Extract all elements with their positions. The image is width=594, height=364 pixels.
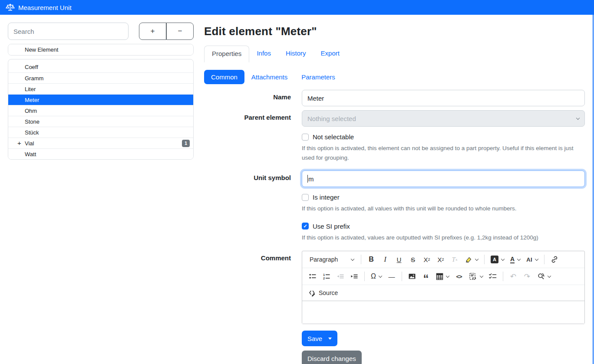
tab-history[interactable]: History bbox=[278, 46, 314, 62]
is-integer-help: If this option is activated, all values … bbox=[302, 204, 585, 213]
text-cursor bbox=[307, 175, 308, 183]
chevron-down-icon bbox=[535, 257, 538, 261]
todo-list-icon[interactable] bbox=[486, 270, 499, 283]
tree-item-vial[interactable]: + Vial 1 bbox=[8, 138, 193, 148]
tree-item-watt[interactable]: Watt bbox=[8, 148, 193, 159]
editor-toolbar-row-3: Source bbox=[302, 285, 584, 301]
bulleted-list-icon[interactable] bbox=[306, 270, 319, 283]
chevron-down-icon bbox=[517, 257, 521, 261]
parent-element-label: Parent element bbox=[204, 110, 291, 162]
not-selectable-checkbox[interactable] bbox=[302, 134, 309, 141]
not-selectable-help: If this option is activated, this elemen… bbox=[302, 144, 585, 162]
editor-toolbar-row-2: 1 2 bbox=[302, 268, 584, 285]
highlight-icon[interactable] bbox=[462, 253, 481, 266]
link-icon[interactable] bbox=[548, 253, 561, 266]
si-prefix-label[interactable]: Use SI prefix bbox=[313, 223, 350, 230]
font-background-color-icon[interactable]: A bbox=[488, 253, 507, 266]
expand-all-button[interactable]: + bbox=[139, 23, 166, 40]
insert-table-icon[interactable] bbox=[433, 270, 452, 283]
font-color-icon[interactable]: A bbox=[508, 253, 523, 266]
window-edge-line bbox=[593, 15, 594, 364]
subscript-icon[interactable]: X2 bbox=[420, 253, 433, 266]
find-and-replace-icon[interactable] bbox=[535, 270, 553, 283]
comment-editing-area[interactable] bbox=[302, 301, 584, 324]
tab-common[interactable]: Common bbox=[204, 70, 244, 84]
comment-label: Comment bbox=[204, 242, 291, 364]
editor-toolbar-row-1: Paragraph B I U S X2 X2 Tx bbox=[302, 251, 584, 268]
is-integer-checkbox[interactable] bbox=[302, 194, 309, 201]
remove-format-icon[interactable]: Tx bbox=[448, 253, 461, 266]
italic-icon[interactable]: I bbox=[379, 253, 392, 266]
tree-expand-collapse-group: + − bbox=[139, 23, 194, 40]
svg-text:2: 2 bbox=[323, 276, 325, 280]
insert-image-icon[interactable] bbox=[406, 270, 419, 283]
tab-attachments[interactable]: Attachments bbox=[244, 70, 294, 84]
source-button[interactable]: Source bbox=[306, 287, 340, 299]
sidebar: + − New Element Coeff Gramm Liter Meter … bbox=[8, 23, 194, 160]
si-prefix-help: If this option is activated, values are … bbox=[302, 233, 585, 243]
top-navbar: Measurement Unit bbox=[0, 0, 594, 15]
numbered-list-icon[interactable]: 1 2 bbox=[320, 270, 333, 283]
tree-item-gramm[interactable]: Gramm bbox=[8, 72, 193, 83]
chevron-down-icon bbox=[501, 257, 505, 261]
main-panel: Edit element "Meter" Properties Infos Hi… bbox=[204, 23, 585, 364]
child-count-badge: 1 bbox=[182, 140, 190, 147]
tree-item-liter[interactable]: Liter bbox=[8, 83, 193, 94]
si-prefix-checkbox[interactable]: ✓ bbox=[302, 223, 309, 230]
app-title: Measurement Unit bbox=[18, 4, 72, 11]
tree-item-stone[interactable]: Stone bbox=[8, 116, 193, 127]
code-block-icon[interactable] bbox=[466, 270, 485, 283]
underline-icon[interactable]: U bbox=[393, 253, 406, 266]
superscript-icon[interactable]: X2 bbox=[434, 253, 447, 266]
tree-item-ohm[interactable]: Ohm bbox=[8, 105, 193, 116]
search-input[interactable] bbox=[8, 23, 129, 40]
element-tree: Coeff Gramm Liter Meter Ohm Stone Stück … bbox=[8, 59, 194, 160]
tab-parameters[interactable]: Parameters bbox=[294, 70, 342, 84]
save-button[interactable]: Save bbox=[302, 331, 337, 346]
caret-down-icon[interactable] bbox=[328, 338, 332, 340]
paragraph-style-dropdown[interactable]: Paragraph bbox=[306, 253, 358, 266]
app-brand[interactable]: Measurement Unit bbox=[6, 3, 72, 11]
page-title: Edit element "Meter" bbox=[204, 25, 585, 38]
parent-element-select[interactable]: Nothing selected bbox=[302, 110, 585, 127]
unit-symbol-label: Unit symbol bbox=[204, 171, 291, 213]
special-characters-icon[interactable]: Ω bbox=[368, 270, 384, 283]
chevron-down-icon bbox=[379, 274, 382, 278]
undo-icon[interactable]: ↶ bbox=[507, 270, 520, 283]
font-size-icon[interactable]: AI bbox=[524, 253, 541, 266]
strikethrough-icon[interactable]: S bbox=[406, 253, 419, 266]
unit-symbol-field[interactable]: m bbox=[302, 171, 585, 187]
inline-code-icon[interactable]: <> bbox=[452, 270, 465, 283]
outdent-icon[interactable] bbox=[334, 270, 347, 283]
tree-item-coeff[interactable]: Coeff bbox=[8, 62, 193, 72]
chevron-down-icon bbox=[446, 274, 449, 278]
tree-item-stueck[interactable]: Stück bbox=[8, 127, 193, 138]
not-selectable-label[interactable]: Not selectable bbox=[313, 133, 354, 141]
balance-scale-icon bbox=[6, 3, 15, 11]
horizontal-line-icon[interactable]: — bbox=[385, 270, 398, 283]
new-element-box: New Element bbox=[8, 44, 194, 56]
chevron-down-icon bbox=[576, 116, 580, 119]
bold-icon[interactable]: B bbox=[365, 253, 378, 266]
name-label: Name bbox=[204, 90, 291, 106]
expand-node-icon[interactable]: + bbox=[17, 140, 21, 146]
collapse-all-button[interactable]: − bbox=[166, 23, 194, 40]
redo-icon[interactable]: ↷ bbox=[521, 270, 534, 283]
chevron-down-icon bbox=[480, 274, 483, 278]
chevron-down-icon bbox=[351, 257, 354, 261]
tree-item-new-element[interactable]: New Element bbox=[8, 44, 193, 55]
indent-icon[interactable] bbox=[348, 270, 361, 283]
name-field[interactable] bbox=[302, 90, 585, 106]
chevron-down-icon bbox=[475, 257, 478, 261]
discard-changes-button[interactable]: Discard changes bbox=[302, 351, 362, 364]
main-tabs: Properties Infos History Export bbox=[204, 46, 585, 62]
chevron-down-icon bbox=[548, 274, 551, 278]
tab-export[interactable]: Export bbox=[314, 46, 347, 62]
source-edit-icon bbox=[308, 289, 317, 297]
rich-text-editor: Paragraph B I U S X2 X2 Tx bbox=[302, 251, 585, 324]
tab-infos[interactable]: Infos bbox=[249, 46, 278, 62]
is-integer-label[interactable]: Is integer bbox=[313, 193, 340, 201]
tree-item-meter[interactable]: Meter bbox=[8, 94, 193, 105]
block-quote-icon[interactable]: “ bbox=[419, 270, 432, 283]
tab-properties[interactable]: Properties bbox=[204, 46, 249, 62]
